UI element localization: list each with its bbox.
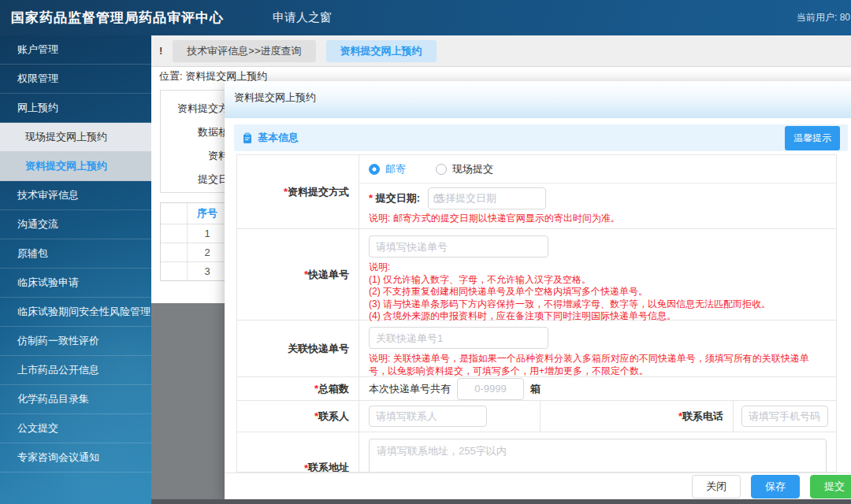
table-header-select xyxy=(161,203,188,224)
radio-onsite-label[interactable]: 现场提交 xyxy=(452,162,493,176)
tracking-number-input[interactable] xyxy=(369,235,548,258)
phone-label: 联系电话 xyxy=(541,401,734,432)
tracking-hints: 说明: (1) 仅允许输入数字、字母，不允许输入汉字及空格。 (2) 不支持重复… xyxy=(369,261,827,323)
reservation-modal: 资料提交网上预约 基本信息 温馨提示 资料提交方式 邮寄 xyxy=(225,81,851,499)
sidebar-item-permission-mgmt[interactable]: 权限管理 xyxy=(0,65,151,94)
sidebar-item-marketed-drug-info[interactable]: 上市药品公开信息 xyxy=(0,356,151,385)
phone-input[interactable] xyxy=(741,406,828,427)
modal-header: 资料提交网上预约 xyxy=(225,81,851,118)
submit-date-label: 提交日期: xyxy=(369,191,420,206)
submit-method-hint: 说明: 邮寄方式的提交日期以快递官网显示的寄出时间为准。 xyxy=(359,213,836,224)
query-label-material: 资料 xyxy=(161,147,229,165)
contact-input[interactable] xyxy=(369,406,487,427)
portal-title: 申请人之窗 xyxy=(273,10,332,25)
table-cell-seq: 1 xyxy=(188,224,228,243)
query-label-submit-date: 提交日 xyxy=(161,171,229,188)
form-row-total-boxes: 总箱数 本次快递单号共有 箱 xyxy=(237,377,836,401)
address-textarea[interactable] xyxy=(369,439,827,472)
total-boxes-prefix: 本次快递单号共有 xyxy=(369,382,451,396)
sidebar-nav: 账户管理 权限管理 网上预约 现场提交网上预约 资料提交网上预约 技术审评信息 … xyxy=(0,35,151,504)
alert-icon[interactable]: ! xyxy=(159,45,162,57)
form-row-related-tracking: 关联快递单号 说明: 关联快递单号，是指如果一个品种资料分装入多箱所对应的不同快… xyxy=(237,321,836,377)
related-tracking-label: 关联快递单号 xyxy=(237,321,359,376)
submit-button[interactable]: 提交 xyxy=(810,475,851,498)
contact-label: 联系人 xyxy=(237,401,359,432)
modal-footer: 关闭 保存 提交 xyxy=(225,472,851,499)
total-boxes-label: 总箱数 xyxy=(237,377,359,400)
address-label: 联系地址 xyxy=(237,432,359,472)
sidebar-item-tech-review-info[interactable]: 技术审评信息 xyxy=(0,181,151,210)
sidebar-item-raw-materials[interactable]: 原辅包 xyxy=(0,239,151,269)
current-user: 当前用户: 80 xyxy=(797,11,851,24)
tab-bar: ! 技术审评信息>>进度查询 资料提交网上预约 xyxy=(151,35,851,67)
sidebar-item-material-submit-reservation[interactable]: 资料提交网上预约 xyxy=(0,152,151,181)
submit-method-label: 资料提交方式 xyxy=(237,155,359,228)
form-row-tracking: 快递单号 说明: (1) 仅允许输入数字、字母，不允许输入汉字及空格。 (2) … xyxy=(237,229,836,321)
bottom-scrollbar[interactable] xyxy=(151,499,851,504)
tab-material-reservation[interactable]: 资料提交网上预约 xyxy=(326,40,437,62)
basic-info-section-bar: 基本信息 温馨提示 xyxy=(234,124,848,151)
modal-body: 基本信息 温馨提示 资料提交方式 邮寄 现场提交 提交日期: xyxy=(225,118,851,472)
brand-title: 国家药品监督管理局药品审评中心 xyxy=(11,9,224,27)
table-cell-seq: 2 xyxy=(188,243,228,261)
sidebar-item-chemical-drug-catalog[interactable]: 化学药品目录集 xyxy=(0,385,151,414)
modal-title: 资料提交网上预约 xyxy=(234,91,316,105)
sidebar-item-clinical-safety-risk[interactable]: 临床试验期间安全性风险管理 xyxy=(0,298,151,327)
sidebar-item-account-mgmt[interactable]: 账户管理 xyxy=(0,35,151,65)
basic-info-title: 基本信息 xyxy=(258,131,299,145)
total-boxes-suffix: 箱 xyxy=(530,382,541,396)
radio-mail[interactable] xyxy=(369,164,380,175)
form-row-submit-method: 资料提交方式 邮寄 现场提交 提交日期: xyxy=(237,155,836,229)
sidebar-item-expert-meeting-notice[interactable]: 专家咨询会议通知 xyxy=(0,443,151,472)
save-button[interactable]: 保存 xyxy=(751,475,800,498)
form-row-contact: 联系人 联系电话 xyxy=(237,401,836,432)
sidebar-item-communication[interactable]: 沟通交流 xyxy=(0,210,151,239)
close-button[interactable]: 关闭 xyxy=(692,475,741,498)
clipboard-icon xyxy=(242,132,253,144)
related-tracking-input[interactable] xyxy=(369,327,548,349)
sidebar-item-online-reservation[interactable]: 网上预约 xyxy=(0,94,151,123)
sidebar-item-clinical-trial-apply[interactable]: 临床试验申请 xyxy=(0,269,151,298)
sidebar-item-generic-consistency[interactable]: 仿制药一致性评价 xyxy=(0,327,151,356)
reservation-form: 资料提交方式 邮寄 现场提交 提交日期: xyxy=(236,154,837,472)
radio-onsite[interactable] xyxy=(436,164,447,175)
tracking-label: 快递单号 xyxy=(237,229,359,320)
calendar-icon xyxy=(433,194,443,203)
app-header: 国家药品监督管理局药品审评中心 申请人之窗 当前用户: 80 xyxy=(0,0,851,35)
submit-date-input[interactable] xyxy=(428,187,546,209)
sidebar-item-onsite-submit-reservation[interactable]: 现场提交网上预约 xyxy=(0,123,151,152)
table-header-seq: 序号 xyxy=(188,203,228,224)
related-tracking-hint: 说明: 关联快递单号，是指如果一个品种资料分装入多箱所对应的不同快递单号，须填写… xyxy=(369,352,827,377)
tab-progress-query[interactable]: 技术审评信息>>进度查询 xyxy=(173,40,315,62)
form-row-address: 联系地址 xyxy=(237,432,836,472)
sidebar-item-official-doc-submit[interactable]: 公文提交 xyxy=(0,414,151,443)
radio-mail-label[interactable]: 邮寄 xyxy=(385,162,406,176)
warm-tip-button[interactable]: 温馨提示 xyxy=(785,126,840,150)
query-label-submit-method: 资料提交方 xyxy=(161,100,229,117)
table-cell-seq: 3 xyxy=(188,262,228,280)
total-boxes-input[interactable] xyxy=(457,378,524,400)
query-label-data-check: 数据核 xyxy=(161,124,229,141)
